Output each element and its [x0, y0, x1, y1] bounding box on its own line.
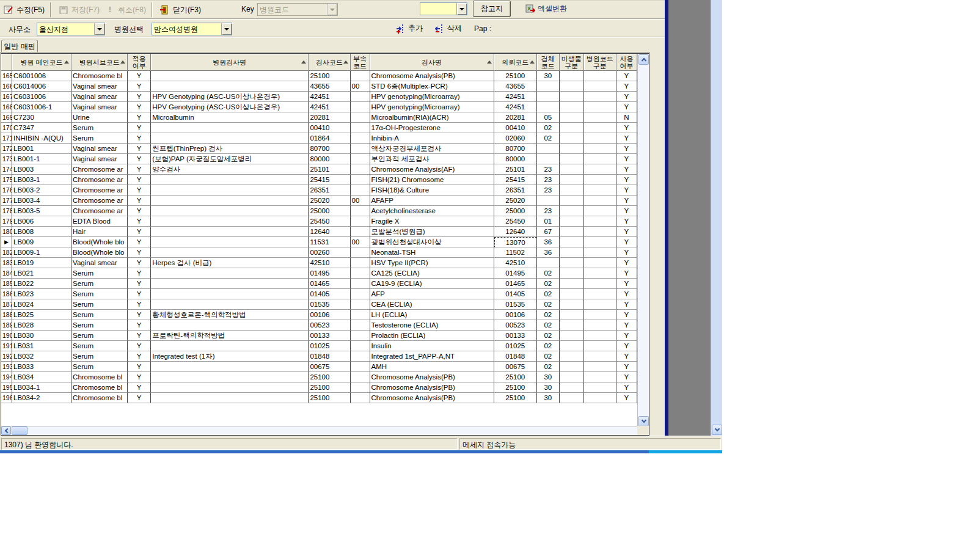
- cell-tname[interactable]: STD 6종(Multiplex-PCR): [370, 81, 494, 92]
- cell-acode[interactable]: [351, 154, 370, 164]
- cell-rcode[interactable]: 25415: [494, 175, 537, 185]
- table-row[interactable]: 174LB003Chromosome arY양수검사25101Chromosom…: [1, 164, 637, 175]
- row-indicator[interactable]: 179: [1, 216, 12, 227]
- cell-use[interactable]: Y: [616, 362, 637, 372]
- cell-apply[interactable]: Y: [128, 185, 151, 196]
- cell-scode[interactable]: 02: [537, 362, 560, 372]
- cell-main[interactable]: LB028: [12, 320, 71, 331]
- cell-use[interactable]: Y: [616, 216, 637, 227]
- cell-sub[interactable]: Chromosome ar: [71, 206, 128, 216]
- cell-acode[interactable]: [351, 268, 370, 279]
- cell-scode[interactable]: 02: [537, 289, 560, 299]
- cell-rcode[interactable]: 00523: [494, 320, 537, 331]
- cell-micro[interactable]: [560, 102, 584, 112]
- cell-hname[interactable]: [151, 279, 309, 289]
- cell-use[interactable]: Y: [616, 258, 637, 268]
- cell-tcode[interactable]: 01864: [309, 133, 350, 144]
- cell-sub[interactable]: Vaginal smear: [71, 154, 128, 164]
- cell-sub[interactable]: Hair: [71, 227, 128, 237]
- cell-acode[interactable]: 00: [351, 237, 370, 247]
- horizontal-scroll-thumb[interactable]: [12, 426, 27, 435]
- cell-rcode[interactable]: 80700: [494, 144, 537, 154]
- cell-scode[interactable]: [537, 196, 560, 206]
- cell-tcode[interactable]: 01465: [309, 279, 350, 289]
- row-indicator[interactable]: 194: [1, 372, 12, 382]
- cell-micro[interactable]: [560, 216, 584, 227]
- cell-sub[interactable]: Serum: [71, 123, 128, 133]
- row-indicator[interactable]: 180: [1, 227, 12, 237]
- cell-apply[interactable]: Y: [128, 247, 151, 258]
- cell-rcode[interactable]: 01535: [494, 299, 537, 310]
- cell-micro[interactable]: [560, 164, 584, 175]
- cell-sub[interactable]: Chromosome bl: [71, 382, 128, 393]
- cell-use[interactable]: Y: [616, 81, 637, 92]
- cell-sub[interactable]: Serum: [71, 310, 128, 320]
- cell-scode[interactable]: 02: [537, 123, 560, 133]
- column-header-hdiv[interactable]: 병원코드구분: [584, 54, 616, 71]
- table-row[interactable]: 167C6031006Vaginal smearYHPV Genotyping …: [1, 92, 637, 102]
- office-combobox[interactable]: 울산지점: [37, 23, 105, 35]
- cell-hname[interactable]: [151, 372, 309, 382]
- row-indicator[interactable]: 165: [1, 71, 12, 81]
- row-indicator[interactable]: 177: [1, 196, 12, 206]
- cell-acode[interactable]: [351, 216, 370, 227]
- cell-tcode[interactable]: 25100: [309, 71, 350, 81]
- cell-use[interactable]: Y: [616, 123, 637, 133]
- row-indicator[interactable]: 191: [1, 341, 12, 351]
- table-row[interactable]: 179LB006EDTA BloodY25450Fragile X2545001…: [1, 216, 637, 227]
- cell-acode[interactable]: [351, 92, 370, 102]
- cell-hdiv[interactable]: [584, 112, 616, 123]
- cell-hname[interactable]: [151, 185, 309, 196]
- cell-hname[interactable]: [151, 393, 309, 403]
- cell-apply[interactable]: Y: [128, 299, 151, 310]
- tab-general-mapping[interactable]: 일반 매핑: [1, 40, 38, 53]
- cell-rcode[interactable]: 25100: [494, 382, 537, 393]
- cell-scode[interactable]: 67: [537, 227, 560, 237]
- cell-apply[interactable]: Y: [128, 154, 151, 164]
- scroll-up-button[interactable]: [638, 54, 649, 65]
- row-indicator[interactable]: 170: [1, 123, 12, 133]
- table-row[interactable]: 165C6001006Chromosome blY25100Chromosome…: [1, 71, 637, 81]
- cell-use[interactable]: Y: [616, 310, 637, 320]
- cell-rcode[interactable]: 26351: [494, 185, 537, 196]
- cell-use[interactable]: Y: [616, 382, 637, 393]
- cell-tcode[interactable]: 80700: [309, 144, 350, 154]
- row-indicator[interactable]: 173: [1, 154, 12, 164]
- table-row[interactable]: 182LB009-1Blood(Whole bloY00260Neonatal-…: [1, 247, 637, 258]
- cell-acode[interactable]: [351, 279, 370, 289]
- cell-hname[interactable]: Herpes 검사 (비급): [151, 258, 309, 268]
- cell-hdiv[interactable]: [584, 299, 616, 310]
- cell-tcode[interactable]: 25100: [309, 382, 350, 393]
- cell-hname[interactable]: Integrated test (1차): [151, 351, 309, 362]
- cell-hdiv[interactable]: [584, 175, 616, 185]
- table-row[interactable]: 172LB001Vaginal smearY씬프렙(ThinPrep) 검사80…: [1, 144, 637, 154]
- cell-apply[interactable]: Y: [128, 81, 151, 92]
- row-indicator[interactable]: 196: [1, 393, 12, 403]
- cell-tname[interactable]: Testosterone (ECLIA): [370, 320, 494, 331]
- cell-sub[interactable]: Serum: [71, 268, 128, 279]
- cell-tcode[interactable]: 42451: [309, 102, 350, 112]
- key-combobox[interactable]: 병원코드: [257, 3, 338, 16]
- cell-tname[interactable]: CA125 (ECLIA): [370, 268, 494, 279]
- cell-apply[interactable]: Y: [128, 216, 151, 227]
- outer-vertical-scrollbar[interactable]: [711, 0, 722, 436]
- cell-use[interactable]: Y: [616, 227, 637, 237]
- cell-hdiv[interactable]: [584, 133, 616, 144]
- cell-use[interactable]: Y: [616, 289, 637, 299]
- cell-rcode[interactable]: 42451: [494, 92, 537, 102]
- cell-micro[interactable]: [560, 289, 584, 299]
- table-row[interactable]: 194LB034Chromosome blY25100Chromosome An…: [1, 372, 637, 382]
- cell-use[interactable]: Y: [616, 331, 637, 341]
- table-row[interactable]: 186LB023SerumY01405AFP0140502Y: [1, 289, 637, 299]
- delete-row-button[interactable]: 삭제: [435, 23, 462, 34]
- cell-main[interactable]: LB003-5: [12, 206, 71, 216]
- cell-tcode[interactable]: 20281: [309, 112, 350, 123]
- cell-tname[interactable]: FISH(21) Chromosome: [370, 175, 494, 185]
- cell-hdiv[interactable]: [584, 144, 616, 154]
- cell-scode[interactable]: 36: [537, 247, 560, 258]
- cell-apply[interactable]: Y: [128, 196, 151, 206]
- cell-acode[interactable]: [351, 102, 370, 112]
- cell-use[interactable]: Y: [616, 279, 637, 289]
- cell-rcode[interactable]: 25101: [494, 164, 537, 175]
- cell-micro[interactable]: [560, 185, 584, 196]
